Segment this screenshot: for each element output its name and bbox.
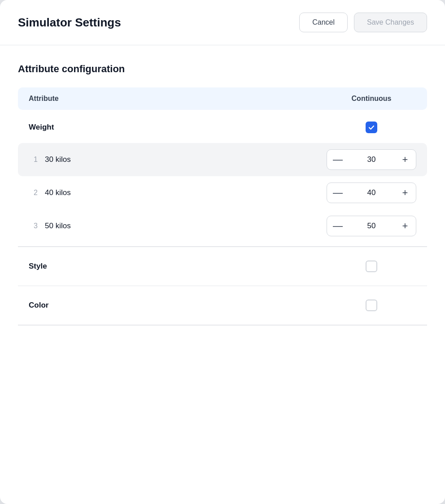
style-checkbox-container — [327, 261, 416, 272]
stepper-2-value: 40 — [349, 188, 394, 197]
page-title: Simulator Settings — [18, 16, 121, 30]
main-content: Attribute configuration Attribute Contin… — [0, 45, 445, 347]
weight-attribute-row: Weight — [18, 113, 427, 141]
stepper-1-increment[interactable]: + — [394, 150, 416, 169]
style-label: Style — [29, 262, 327, 271]
divider-3 — [18, 325, 427, 326]
section-title: Attribute configuration — [18, 63, 427, 75]
weight-index-1: 1 — [29, 156, 38, 164]
table-header: Attribute Continuous — [18, 87, 427, 110]
style-attribute-row: Style — [18, 251, 427, 282]
divider-2 — [18, 286, 427, 287]
weight-name-3: 50 kilos — [45, 222, 319, 230]
weight-checkbox[interactable] — [366, 122, 377, 133]
color-checkbox-container — [327, 300, 416, 311]
stepper-3: — 50 + — [327, 216, 416, 236]
stepper-2-decrement[interactable]: — — [327, 183, 349, 203]
header-actions: Cancel Save Changes — [299, 13, 427, 32]
color-checkbox[interactable] — [366, 300, 377, 311]
col-header-continuous: Continuous — [327, 95, 416, 103]
stepper-3-value: 50 — [349, 222, 394, 230]
cancel-button[interactable]: Cancel — [299, 13, 348, 32]
weight-index-2: 2 — [29, 189, 38, 197]
weight-item-row-2: 2 40 kilos — 40 + — [18, 176, 427, 209]
stepper-1-value: 30 — [349, 155, 394, 164]
color-attribute-row: Color — [18, 290, 427, 321]
weight-name-1: 30 kilos — [45, 155, 319, 164]
stepper-2: — 40 + — [327, 182, 416, 203]
header: Simulator Settings Cancel Save Changes — [0, 0, 445, 45]
stepper-3-increment[interactable]: + — [394, 216, 416, 236]
divider-1 — [18, 246, 427, 247]
weight-items: 1 30 kilos — 30 + 2 40 kilos — 40 + — [18, 143, 427, 243]
weight-item-row-1: 1 30 kilos — 30 + — [18, 143, 427, 176]
stepper-3-decrement[interactable]: — — [327, 216, 349, 236]
weight-label: Weight — [29, 123, 327, 132]
weight-item-row-3: 3 50 kilos — 50 + — [18, 209, 427, 243]
stepper-2-increment[interactable]: + — [394, 183, 416, 203]
stepper-1: — 30 + — [327, 149, 416, 170]
save-changes-button[interactable]: Save Changes — [354, 13, 427, 32]
settings-card: Simulator Settings Cancel Save Changes A… — [0, 0, 445, 504]
col-header-attribute: Attribute — [29, 95, 327, 103]
stepper-1-decrement[interactable]: — — [327, 150, 349, 169]
weight-checkbox-container — [327, 122, 416, 133]
weight-name-2: 40 kilos — [45, 188, 319, 197]
style-checkbox[interactable] — [366, 261, 377, 272]
color-label: Color — [29, 301, 327, 310]
weight-index-3: 3 — [29, 222, 38, 230]
